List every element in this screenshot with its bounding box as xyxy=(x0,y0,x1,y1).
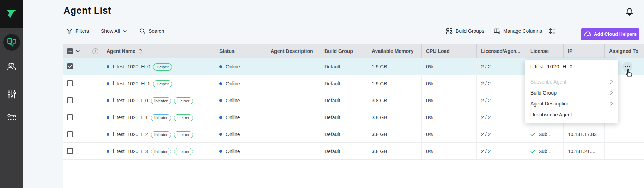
menu-item-build-group[interactable]: Build Group xyxy=(525,87,618,98)
header-available-memory[interactable]: Available Memory xyxy=(367,44,422,58)
bell-icon xyxy=(625,7,635,17)
status-cell: Online xyxy=(215,75,266,92)
cpu-load-cell: 0% xyxy=(422,75,477,92)
cpu-load-cell: 0% xyxy=(422,126,477,142)
licensed-agents-cell: 2 / 2 xyxy=(477,109,526,126)
show-all-dropdown[interactable]: Show All xyxy=(101,27,127,35)
header-build-group[interactable]: Build Group xyxy=(320,44,367,58)
row-density-button[interactable] xyxy=(549,27,556,35)
menu-item-unsubscribe-agent[interactable]: Unsubscribe Agent xyxy=(525,109,618,120)
sidebar-item-licenses[interactable] xyxy=(0,113,23,122)
add-cloud-helpers-label: Add Cloud Helpers xyxy=(594,31,637,37)
agent-name-cell: l_test_1020_I_2 InitiatorHelper xyxy=(102,126,215,142)
cpu-load-cell: 0% xyxy=(422,92,477,109)
header-cpu-load[interactable]: CPU Load xyxy=(422,44,477,58)
manage-columns-button[interactable]: Manage Columns xyxy=(494,27,542,35)
menu-item-label: Agent Description xyxy=(530,101,570,107)
row-actions-button[interactable] xyxy=(622,62,632,72)
ip-cell: 10.131.21.... xyxy=(564,143,605,159)
menu-item-agent-description[interactable]: Agent Description xyxy=(525,98,618,109)
helper-badge: Helper xyxy=(174,97,193,104)
header-license[interactable]: License xyxy=(526,44,564,58)
sidebar-item-users[interactable] xyxy=(0,62,23,71)
row-checkbox[interactable] xyxy=(67,114,73,120)
status-label: Online xyxy=(226,64,240,69)
available-memory-cell: 3.8 GB xyxy=(367,143,422,159)
agent-badges: InitiatorHelper xyxy=(148,132,193,137)
license-label: Sub... xyxy=(539,148,552,154)
filters-button[interactable]: Filters xyxy=(66,27,89,35)
agent-name-cell: l_test_1020_I_0 InitiatorHelper xyxy=(102,92,215,109)
header-alert-cell xyxy=(89,44,102,58)
online-status-dot xyxy=(219,99,222,102)
agent-name-cell: l_test_1020_I_1 InitiatorHelper xyxy=(102,109,215,126)
row-checkbox[interactable] xyxy=(67,131,73,137)
status-label: Online xyxy=(226,132,240,137)
header-agent-name[interactable]: Agent Name xyxy=(102,44,215,58)
menu-item-subscribe-agent[interactable]: Subscribe Agent xyxy=(525,76,618,87)
row-checkbox[interactable] xyxy=(67,97,73,103)
add-cloud-helpers-button[interactable]: Add Cloud Helpers xyxy=(581,28,639,40)
agent-description-cell xyxy=(266,58,320,75)
row-alert-cell xyxy=(89,126,102,142)
header-licensed-agents[interactable]: Licensed/Agen... xyxy=(477,44,526,58)
agent-name: l_test_1020_I_3 xyxy=(113,148,148,154)
agent-name: l_test_1020_I_2 xyxy=(113,132,148,137)
agent-status-dot xyxy=(107,65,109,68)
header-status[interactable]: Status xyxy=(215,44,266,58)
row-select-cell xyxy=(63,143,89,159)
row-checkbox[interactable] xyxy=(67,63,73,69)
available-memory-cell: 1.9 GB xyxy=(367,58,422,75)
online-status-dot xyxy=(219,133,222,136)
row-alert-cell xyxy=(89,143,102,159)
row-alert-cell xyxy=(89,109,102,126)
agent-status-dot xyxy=(107,150,109,153)
users-icon xyxy=(7,62,17,71)
online-status-dot xyxy=(219,150,222,153)
agent-badges: Helper xyxy=(150,64,172,69)
row-density-icon xyxy=(549,28,556,35)
build-groups-button[interactable]: Build Groups xyxy=(446,27,484,35)
online-status-dot xyxy=(219,116,222,119)
filters-label: Filters xyxy=(75,28,89,34)
sidebar-item-agents[interactable] xyxy=(3,34,20,51)
table-row[interactable]: l_test_1020_I_3 InitiatorHelper Online D… xyxy=(63,143,644,160)
select-menu-chevron-icon[interactable] xyxy=(76,50,80,53)
agent-description-cell xyxy=(266,143,320,159)
assigned-to-cell xyxy=(605,126,644,142)
row-select-cell xyxy=(63,92,89,109)
agent-name-cell: l_test_1020_H_0 Helper xyxy=(102,58,215,75)
build-group-cell: Default xyxy=(320,126,367,142)
helper-badge: Helper xyxy=(174,114,193,121)
row-checkbox[interactable] xyxy=(67,148,73,154)
header-ip[interactable]: IP xyxy=(564,44,605,58)
app-logo[interactable] xyxy=(0,0,23,28)
cloud-plus-icon xyxy=(584,31,591,37)
alert-circle-icon xyxy=(92,48,99,55)
agent-description-cell xyxy=(266,109,320,126)
menu-item-label: Unsubscribe Agent xyxy=(530,112,572,117)
sidebar-item-settings[interactable] xyxy=(0,90,23,99)
sort-icon[interactable] xyxy=(138,49,142,54)
build-group-cell: Default xyxy=(320,109,367,126)
status-cell: Online xyxy=(215,143,266,159)
select-all-checkbox[interactable] xyxy=(67,48,73,54)
licensed-agents-cell: 2 / 2 xyxy=(477,143,526,159)
row-alert-cell xyxy=(89,75,102,92)
filter-funnel-icon xyxy=(66,28,73,34)
show-all-label: Show All xyxy=(101,28,120,34)
status-cell: Online xyxy=(215,92,266,109)
header-agent-description[interactable]: Agent Description xyxy=(266,44,320,58)
table-row[interactable]: l_test_1020_I_2 InitiatorHelper Online D… xyxy=(63,126,644,143)
notifications-button[interactable] xyxy=(625,7,635,17)
row-checkbox[interactable] xyxy=(67,80,73,86)
row-select-cell xyxy=(63,75,89,92)
licensed-agents-cell: 2 / 2 xyxy=(477,126,526,142)
header-assigned-to[interactable]: Assigned To xyxy=(605,44,644,58)
agent-status-dot xyxy=(107,133,109,136)
licensed-agents-cell: 2 / 2 xyxy=(477,92,526,109)
search-button[interactable]: Search xyxy=(139,27,164,35)
header-select-cell xyxy=(63,44,89,58)
status-label: Online xyxy=(226,115,240,120)
chevron-right-icon xyxy=(610,102,613,106)
